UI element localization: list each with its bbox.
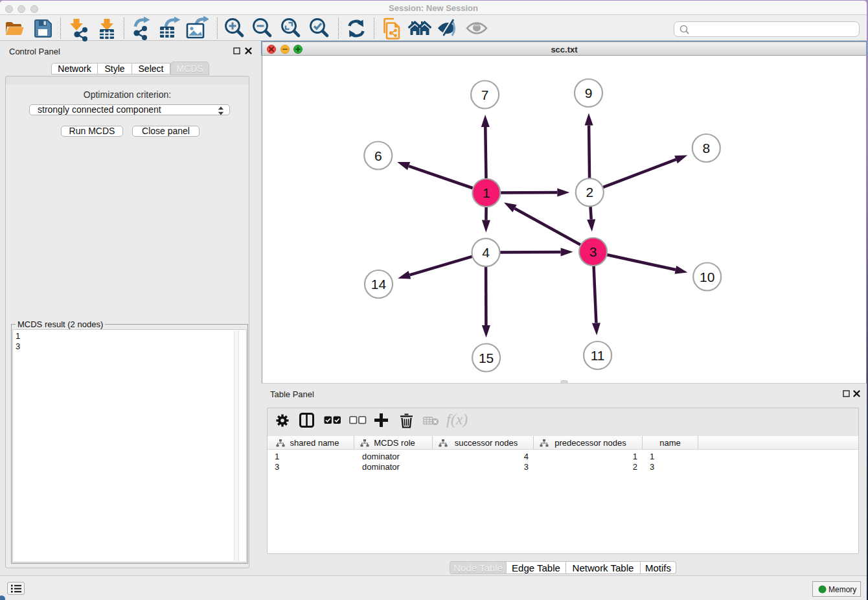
svg-text:9: 9 [585, 86, 593, 100]
svg-text:6: 6 [374, 148, 382, 163]
svg-text:10: 10 [700, 270, 714, 284]
svg-text:3: 3 [589, 244, 597, 259]
svg-text:14: 14 [371, 277, 387, 292]
svg-text:8: 8 [702, 141, 710, 156]
svg-text:4: 4 [482, 245, 490, 260]
svg-text:11: 11 [591, 348, 605, 363]
svg-text:1: 1 [483, 185, 490, 200]
svg-text:2: 2 [586, 185, 593, 200]
svg-text:7: 7 [481, 87, 489, 102]
svg-text:15: 15 [479, 351, 494, 365]
